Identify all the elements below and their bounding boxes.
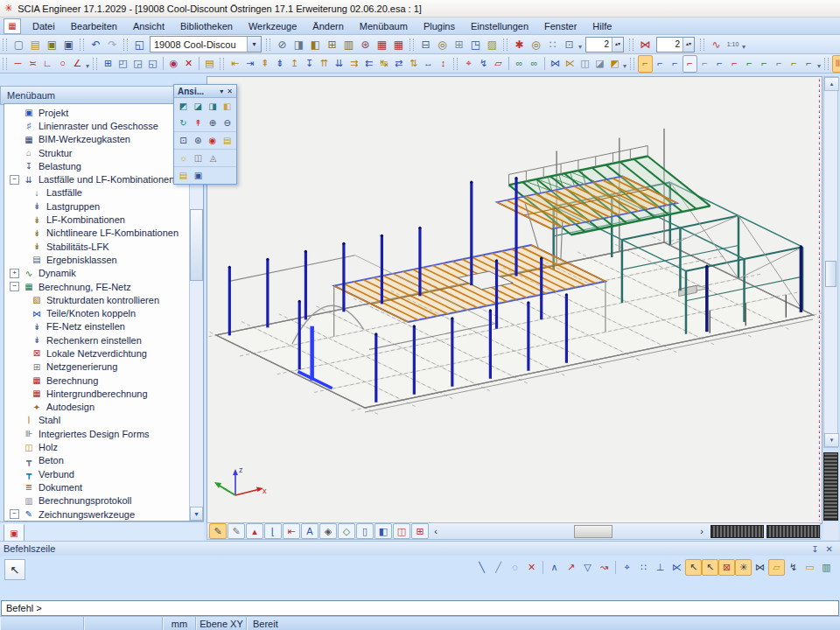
show-local-axes-icon[interactable]: ⌐ xyxy=(787,55,802,73)
break-icon[interactable]: ∧ xyxy=(546,559,563,576)
walk-mode-icon[interactable]: ↟ xyxy=(191,116,206,130)
circle-icon[interactable]: ○ xyxy=(55,55,70,73)
project-window-icon[interactable]: ◱ xyxy=(131,36,148,53)
grid-snap-icon[interactable]: ∷ xyxy=(635,559,652,576)
scroll-down-icon[interactable]: ▼ xyxy=(190,507,203,521)
show-supports-icon[interactable]: ⌐ xyxy=(638,55,653,73)
fast-visualization-icon[interactable]: ✎ xyxy=(228,523,245,539)
new-viewport-icon[interactable]: ⊞ xyxy=(101,55,116,73)
command-input[interactable] xyxy=(1,600,839,616)
dim-grid-icon[interactable]: ▭ xyxy=(802,559,818,576)
snap-tangent-icon[interactable]: ⋈ xyxy=(752,559,768,576)
tree-item-zeichnungswerkzeuge[interactable]: −✎Zeichnungswerkzeuge xyxy=(4,508,189,521)
collapse-box-icon[interactable]: − xyxy=(10,509,19,519)
table-edit-icon[interactable]: ▥ xyxy=(818,559,835,576)
tree-item-autodesign[interactable]: ✦Autodesign xyxy=(4,401,189,414)
snap-endpoints-icon[interactable]: ↖ xyxy=(685,559,702,576)
viewport-vscrollbar[interactable]: ▲ ▼ xyxy=(823,76,838,448)
line-icon[interactable]: ─ xyxy=(10,55,25,73)
mesh-ball-icon[interactable]: ⊛ xyxy=(357,36,374,53)
collapse-box-icon[interactable]: − xyxy=(10,175,19,185)
print-preview-icon[interactable]: ◎ xyxy=(434,36,451,53)
snap-polygon-icon[interactable]: ▱ xyxy=(768,559,785,576)
angle-icon[interactable]: ∠ xyxy=(70,55,85,73)
table-input-icon[interactable]: ▦ xyxy=(390,36,407,53)
snap-orthopoints-icon[interactable]: ✳ xyxy=(735,559,752,576)
support-icon[interactable]: ⇄ xyxy=(391,55,406,73)
toolbar-grip[interactable] xyxy=(700,38,704,51)
tree-item-verbund[interactable]: ┳Verbund xyxy=(4,467,189,480)
snap-midpoints-icon[interactable]: ↖ xyxy=(702,559,718,576)
toolbar-grip[interactable] xyxy=(629,38,634,51)
scroll-down-icon[interactable]: ▼ xyxy=(824,433,839,447)
toolbar-grip[interactable] xyxy=(3,58,7,70)
status-units[interactable]: mm xyxy=(163,617,196,630)
paste-properties-icon[interactable]: ◫ xyxy=(578,55,592,73)
project-combo-dropdown-icon[interactable]: ▾ xyxy=(247,37,261,52)
toolbar-grip[interactable] xyxy=(266,38,270,51)
polyline-icon[interactable]: ∟ xyxy=(40,55,55,73)
redo-icon[interactable]: ↷ xyxy=(104,36,121,53)
menu-ändern[interactable]: Ändern xyxy=(304,19,351,33)
menu-ansicht[interactable]: Ansicht xyxy=(125,19,172,33)
tree-item-stahl[interactable]: IStahl xyxy=(4,414,189,427)
scale-group-overflow-icon[interactable]: ▾ xyxy=(742,43,746,51)
scroll-up-icon[interactable]: ▲ xyxy=(824,77,839,91)
tree-item-beton[interactable]: ┳Beton xyxy=(4,454,189,467)
pan-right-icon[interactable]: › xyxy=(696,524,708,538)
chain-icon[interactable]: ⋈ xyxy=(637,36,654,53)
show-load-labels-icon[interactable]: ⌐ xyxy=(668,55,682,73)
menu-werkzeuge[interactable]: Werkzeuge xyxy=(241,19,304,33)
deformation-scale-icon[interactable]: ∿ xyxy=(708,36,724,53)
selection-group-overflow-icon[interactable]: ▾ xyxy=(623,62,626,70)
fillet-icon[interactable]: ↝ xyxy=(596,559,612,576)
toolbar-grip[interactable] xyxy=(453,58,458,70)
node-display-icon[interactable]: ▴ xyxy=(246,523,263,539)
steps-spinner[interactable]: 2 ▴▾ xyxy=(585,37,624,52)
toolbar-grip[interactable] xyxy=(123,38,128,51)
copy-properties-icon[interactable]: ◪ xyxy=(592,55,607,73)
spinner-arrows-icon[interactable]: ▴▾ xyxy=(682,38,694,52)
spinner-arrows-icon[interactable]: ▴▾ xyxy=(612,38,623,52)
tree-item-strukturdaten-kontrollieren[interactable]: ▧Strukturdaten kontrollieren xyxy=(4,293,189,306)
light-icon[interactable]: ☼ xyxy=(176,150,191,165)
tree-item-teile-knoten-koppeln[interactable]: ⋈Teile/Knoten koppeln xyxy=(4,306,189,319)
cursor-snap-icon[interactable]: ⌖ xyxy=(619,559,635,576)
tree-item-netzgenerierung[interactable]: ⊞Netzgenerierung xyxy=(4,360,189,374)
project-combo[interactable]: 19008 Cool-Discou ▾ xyxy=(150,36,262,52)
toolbar-grip[interactable] xyxy=(80,38,84,51)
tree-item-struktur[interactable]: ⌂Struktur xyxy=(4,146,189,159)
rotation-slider-vertical[interactable] xyxy=(823,452,838,521)
rotate-view-icon[interactable]: ↻ xyxy=(176,116,191,130)
tree-item-holz[interactable]: ◫Holz xyxy=(4,440,189,453)
dimension-icon[interactable]: ≍ xyxy=(25,55,40,73)
modify-line-icon[interactable]: ╲ xyxy=(473,559,490,576)
save-icon[interactable]: ▣ xyxy=(44,36,60,53)
rotation-slider-horizontal-1[interactable] xyxy=(710,525,764,538)
show-node-labels-icon[interactable]: ⌐ xyxy=(697,55,712,73)
select-previous-icon[interactable]: ∞ xyxy=(512,55,527,73)
collapse-box-icon[interactable]: − xyxy=(10,282,19,291)
menu-tree-tab[interactable]: ▣ xyxy=(4,524,24,542)
calculator-icon[interactable]: ⊞ xyxy=(451,36,467,53)
document-icon[interactable]: ▨ xyxy=(484,36,500,53)
hinge-icon[interactable]: ↹ xyxy=(376,55,391,73)
tree-item-lastgruppen[interactable]: ↡Lastgruppen xyxy=(4,200,189,213)
load-display-icon[interactable]: ⇤ xyxy=(283,523,300,539)
cross-section-icon[interactable]: ⇞ xyxy=(257,55,272,73)
wizard-group-overflow-icon[interactable]: ▾ xyxy=(578,43,582,51)
show-dim-lines-icon[interactable]: ⌐ xyxy=(742,55,757,73)
menu-fenster[interactable]: Fenster xyxy=(536,19,584,33)
view-params-display-icon[interactable]: ◧ xyxy=(374,523,392,539)
tree-item-lokale-netzverdichtung[interactable]: ⊠Lokale Netzverdichtung xyxy=(4,346,189,360)
tree-item-hintergrundberechnung[interactable]: ▦Hintergrundberechnung xyxy=(4,387,189,400)
show-mesh-icon[interactable]: ⌐ xyxy=(802,55,816,73)
show-surfaces-icon[interactable]: ⌐ xyxy=(757,55,772,73)
grid-settings-icon[interactable]: ⊞ xyxy=(411,523,429,539)
snap-incline-icon[interactable]: ↯ xyxy=(785,559,802,576)
tree-scrollbar-thumb[interactable] xyxy=(190,209,203,281)
view-save-icon[interactable]: ▤ xyxy=(220,133,234,148)
draw-group-overflow-icon[interactable]: ▾ xyxy=(86,62,89,70)
modify-line2-icon[interactable]: ╱ xyxy=(490,559,507,576)
catalog-icon[interactable]: ↕ xyxy=(436,55,451,73)
